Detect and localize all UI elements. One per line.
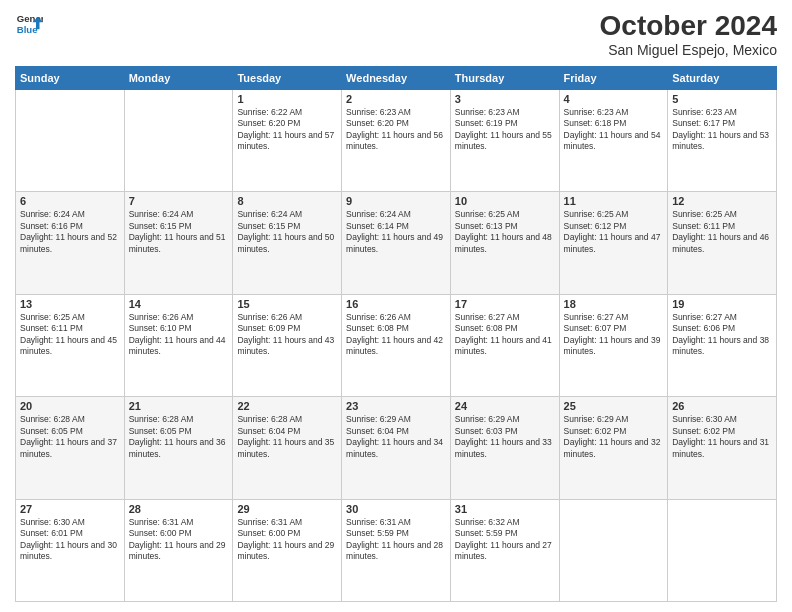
day-number: 9 [346,195,446,207]
cell-info: Sunrise: 6:23 AMSunset: 6:17 PMDaylight:… [672,107,772,153]
table-row [668,499,777,601]
day-number: 3 [455,93,555,105]
day-number: 27 [20,503,120,515]
cell-info: Sunrise: 6:25 AMSunset: 6:13 PMDaylight:… [455,209,555,255]
cell-info: Sunrise: 6:23 AMSunset: 6:19 PMDaylight:… [455,107,555,153]
table-row: 19Sunrise: 6:27 AMSunset: 6:06 PMDayligh… [668,294,777,396]
day-number: 8 [237,195,337,207]
table-row: 24Sunrise: 6:29 AMSunset: 6:03 PMDayligh… [450,397,559,499]
title-block: October 2024 San Miguel Espejo, Mexico [600,10,777,58]
cell-info: Sunrise: 6:24 AMSunset: 6:15 PMDaylight:… [129,209,229,255]
table-row [124,90,233,192]
day-number: 1 [237,93,337,105]
cell-info: Sunrise: 6:24 AMSunset: 6:15 PMDaylight:… [237,209,337,255]
table-row: 23Sunrise: 6:29 AMSunset: 6:04 PMDayligh… [342,397,451,499]
day-number: 21 [129,400,229,412]
cell-info: Sunrise: 6:31 AMSunset: 6:00 PMDaylight:… [237,517,337,563]
calendar-header-row: Sunday Monday Tuesday Wednesday Thursday… [16,67,777,90]
day-number: 20 [20,400,120,412]
cell-info: Sunrise: 6:27 AMSunset: 6:08 PMDaylight:… [455,312,555,358]
month-title: October 2024 [600,10,777,42]
col-friday: Friday [559,67,668,90]
cell-info: Sunrise: 6:23 AMSunset: 6:20 PMDaylight:… [346,107,446,153]
cell-info: Sunrise: 6:30 AMSunset: 6:01 PMDaylight:… [20,517,120,563]
day-number: 5 [672,93,772,105]
table-row: 20Sunrise: 6:28 AMSunset: 6:05 PMDayligh… [16,397,125,499]
cell-info: Sunrise: 6:28 AMSunset: 6:05 PMDaylight:… [20,414,120,460]
cell-info: Sunrise: 6:27 AMSunset: 6:07 PMDaylight:… [564,312,664,358]
day-number: 23 [346,400,446,412]
table-row: 3Sunrise: 6:23 AMSunset: 6:19 PMDaylight… [450,90,559,192]
table-row: 14Sunrise: 6:26 AMSunset: 6:10 PMDayligh… [124,294,233,396]
calendar-week-row: 1Sunrise: 6:22 AMSunset: 6:20 PMDaylight… [16,90,777,192]
cell-info: Sunrise: 6:26 AMSunset: 6:08 PMDaylight:… [346,312,446,358]
cell-info: Sunrise: 6:25 AMSunset: 6:11 PMDaylight:… [672,209,772,255]
page: General Blue October 2024 San Miguel Esp… [0,0,792,612]
table-row [16,90,125,192]
cell-info: Sunrise: 6:30 AMSunset: 6:02 PMDaylight:… [672,414,772,460]
svg-text:Blue: Blue [17,24,38,35]
cell-info: Sunrise: 6:25 AMSunset: 6:12 PMDaylight:… [564,209,664,255]
logo-icon: General Blue [15,10,43,38]
day-number: 16 [346,298,446,310]
table-row: 7Sunrise: 6:24 AMSunset: 6:15 PMDaylight… [124,192,233,294]
cell-info: Sunrise: 6:31 AMSunset: 6:00 PMDaylight:… [129,517,229,563]
day-number: 13 [20,298,120,310]
cell-info: Sunrise: 6:28 AMSunset: 6:04 PMDaylight:… [237,414,337,460]
table-row: 29Sunrise: 6:31 AMSunset: 6:00 PMDayligh… [233,499,342,601]
logo: General Blue [15,10,43,38]
cell-info: Sunrise: 6:22 AMSunset: 6:20 PMDaylight:… [237,107,337,153]
day-number: 6 [20,195,120,207]
table-row: 4Sunrise: 6:23 AMSunset: 6:18 PMDaylight… [559,90,668,192]
day-number: 26 [672,400,772,412]
day-number: 11 [564,195,664,207]
day-number: 22 [237,400,337,412]
cell-info: Sunrise: 6:25 AMSunset: 6:11 PMDaylight:… [20,312,120,358]
col-tuesday: Tuesday [233,67,342,90]
col-wednesday: Wednesday [342,67,451,90]
day-number: 19 [672,298,772,310]
cell-info: Sunrise: 6:26 AMSunset: 6:09 PMDaylight:… [237,312,337,358]
subtitle: San Miguel Espejo, Mexico [600,42,777,58]
table-row: 25Sunrise: 6:29 AMSunset: 6:02 PMDayligh… [559,397,668,499]
day-number: 25 [564,400,664,412]
table-row: 27Sunrise: 6:30 AMSunset: 6:01 PMDayligh… [16,499,125,601]
day-number: 14 [129,298,229,310]
header: General Blue October 2024 San Miguel Esp… [15,10,777,58]
cell-info: Sunrise: 6:31 AMSunset: 5:59 PMDaylight:… [346,517,446,563]
cell-info: Sunrise: 6:27 AMSunset: 6:06 PMDaylight:… [672,312,772,358]
col-sunday: Sunday [16,67,125,90]
day-number: 24 [455,400,555,412]
table-row: 11Sunrise: 6:25 AMSunset: 6:12 PMDayligh… [559,192,668,294]
table-row: 15Sunrise: 6:26 AMSunset: 6:09 PMDayligh… [233,294,342,396]
day-number: 2 [346,93,446,105]
day-number: 7 [129,195,229,207]
cell-info: Sunrise: 6:23 AMSunset: 6:18 PMDaylight:… [564,107,664,153]
calendar-week-row: 13Sunrise: 6:25 AMSunset: 6:11 PMDayligh… [16,294,777,396]
cell-info: Sunrise: 6:29 AMSunset: 6:04 PMDaylight:… [346,414,446,460]
day-number: 4 [564,93,664,105]
table-row: 26Sunrise: 6:30 AMSunset: 6:02 PMDayligh… [668,397,777,499]
col-saturday: Saturday [668,67,777,90]
day-number: 30 [346,503,446,515]
cell-info: Sunrise: 6:29 AMSunset: 6:03 PMDaylight:… [455,414,555,460]
table-row: 18Sunrise: 6:27 AMSunset: 6:07 PMDayligh… [559,294,668,396]
table-row: 16Sunrise: 6:26 AMSunset: 6:08 PMDayligh… [342,294,451,396]
day-number: 28 [129,503,229,515]
table-row: 12Sunrise: 6:25 AMSunset: 6:11 PMDayligh… [668,192,777,294]
table-row: 9Sunrise: 6:24 AMSunset: 6:14 PMDaylight… [342,192,451,294]
table-row [559,499,668,601]
table-row: 6Sunrise: 6:24 AMSunset: 6:16 PMDaylight… [16,192,125,294]
table-row: 17Sunrise: 6:27 AMSunset: 6:08 PMDayligh… [450,294,559,396]
day-number: 15 [237,298,337,310]
cell-info: Sunrise: 6:24 AMSunset: 6:16 PMDaylight:… [20,209,120,255]
day-number: 31 [455,503,555,515]
day-number: 18 [564,298,664,310]
col-thursday: Thursday [450,67,559,90]
table-row: 31Sunrise: 6:32 AMSunset: 5:59 PMDayligh… [450,499,559,601]
table-row: 22Sunrise: 6:28 AMSunset: 6:04 PMDayligh… [233,397,342,499]
table-row: 30Sunrise: 6:31 AMSunset: 5:59 PMDayligh… [342,499,451,601]
calendar-table: Sunday Monday Tuesday Wednesday Thursday… [15,66,777,602]
table-row: 2Sunrise: 6:23 AMSunset: 6:20 PMDaylight… [342,90,451,192]
table-row: 10Sunrise: 6:25 AMSunset: 6:13 PMDayligh… [450,192,559,294]
